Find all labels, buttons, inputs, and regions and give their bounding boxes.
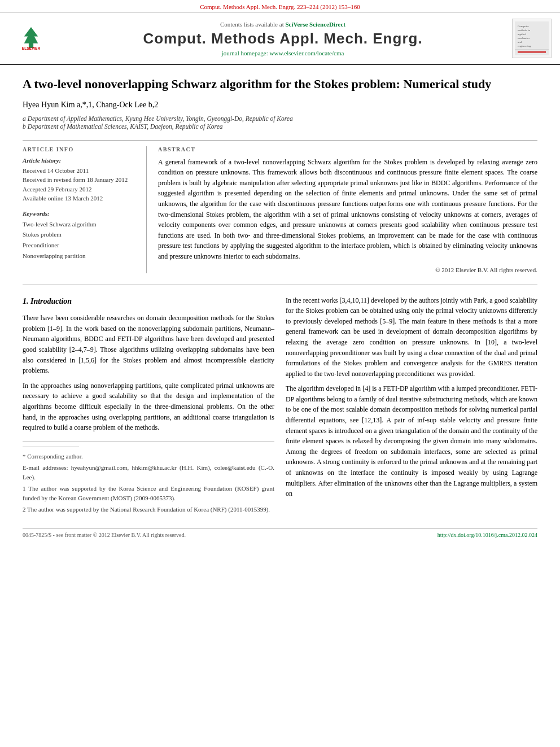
body-columns: 1. Introduction There have been consider… [23, 295, 537, 517]
kw-1: Stokes problem [23, 229, 138, 240]
history-item-3: Available online 13 March 2012 [23, 194, 138, 203]
journal-bar: Comput. Methods Appl. Mech. Engrg. 223–2… [0, 0, 560, 13]
footnote-1: 1 The author was supported by the Korea … [23, 484, 274, 503]
section-divider [23, 285, 537, 285]
journal-header: ELSEVIER Contents lists available at Sci… [0, 13, 560, 65]
authors: Hyea Hyun Kim a,*,1, Chang-Ock Lee b,2 [23, 101, 537, 110]
history-item-2: Accepted 29 February 2012 [23, 185, 138, 194]
history-item-0: Received 14 October 2011 [23, 166, 138, 176]
abstract-header: ABSTRACT [158, 146, 537, 152]
svg-text:applied: applied [518, 33, 526, 36]
paper-title: A two-level nonoverlapping Schwarz algor… [23, 76, 537, 93]
main-content: A two-level nonoverlapping Schwarz algor… [0, 65, 560, 549]
intro-p1: There have been considerable researches … [23, 313, 274, 376]
kw-0: Two-level Schwarz algorithm [23, 219, 138, 230]
footnote-2: 2 The author was supported by the Nation… [23, 505, 274, 514]
journal-citation: Comput. Methods Appl. Mech. Engrg. 223–2… [200, 3, 360, 10]
intro-col2-p1: In the recent works [3,4,10,11] develope… [286, 295, 537, 379]
svg-text:engineering: engineering [518, 45, 531, 47]
abstract-text: A general framework of a two-level nonov… [158, 157, 537, 262]
intro-heading: 1. Introduction [23, 295, 274, 308]
intro-col2-p2: The algorithm developed in [4] is a FETI… [286, 383, 537, 499]
journal-title-block: Contents lists available at SciVerse Sci… [59, 21, 506, 56]
keywords-label: Keywords: [23, 210, 138, 217]
sciverse-link[interactable]: SciVerse ScienceDirect [285, 21, 345, 28]
keywords-section: Keywords: Two-level Schwarz algorithm St… [23, 210, 138, 261]
elsevier-logo: ELSEVIER [8, 25, 54, 53]
intro-p2: In the approaches using nonoverlapping p… [23, 381, 274, 433]
kw-3: Nonoverlapping partition [23, 251, 138, 261]
affiliations: a Department of Applied Mathematics, Kyu… [23, 115, 537, 130]
footnote-rule [23, 447, 79, 447]
journal-title: Comput. Methods Appl. Mech. Engrg. [59, 30, 506, 47]
kw-2: Preconditioner [23, 240, 138, 251]
footer-doi[interactable]: http://dx.doi.org/10.1016/j.cma.2012.02.… [438, 532, 537, 538]
svg-rect-11 [518, 51, 546, 53]
body-col-right: In the recent works [3,4,10,11] develope… [286, 295, 537, 517]
authors-text: Hyea Hyun Kim a,*,1, Chang-Ock Lee b,2 [23, 101, 158, 109]
homepage-url[interactable]: www.elsevier.com/locate/cma [270, 50, 344, 56]
affiliation-b: b Department of Mathematical Sciences, K… [23, 123, 537, 130]
article-info-header: ARTICLE INFO [23, 146, 138, 152]
footnote-email: E-mail addresses: hyeahyun@gmail.com, hh… [23, 463, 274, 482]
footnote-star: * Corresponding author. [23, 452, 274, 461]
svg-text:ELSEVIER: ELSEVIER [22, 46, 41, 50]
copyright: © 2012 Elsevier B.V. All rights reserved… [158, 267, 537, 273]
svg-text:methods in: methods in [518, 29, 531, 32]
body-col-left: 1. Introduction There have been consider… [23, 295, 274, 517]
history-item-1: Received in revised form 18 January 2012 [23, 175, 138, 185]
abstract-column: ABSTRACT A general framework of a two-le… [158, 146, 537, 273]
footnotes-section: * Corresponding author. E-mail addresses… [23, 442, 274, 514]
sciverse-line: Contents lists available at SciVerse Sci… [59, 21, 506, 28]
svg-text:Computer: Computer [518, 25, 529, 28]
footer-left: 0045-7825/$ - see front matter © 2012 El… [23, 532, 186, 538]
svg-text:mechanics: mechanics [518, 37, 530, 40]
article-history-label: Article history: [23, 157, 138, 164]
article-columns: ARTICLE INFO Article history: Received 1… [23, 140, 537, 273]
page-footer: 0045-7825/$ - see front matter © 2012 El… [23, 528, 537, 538]
article-info-column: ARTICLE INFO Article history: Received 1… [23, 146, 147, 273]
affiliation-a: a Department of Applied Mathematics, Kyu… [23, 115, 537, 122]
journal-homepage: journal homepage: www.elsevier.com/locat… [59, 50, 506, 56]
journal-thumbnail: Computer methods in applied mechanics an… [512, 19, 552, 58]
svg-text:and: and [518, 41, 522, 43]
